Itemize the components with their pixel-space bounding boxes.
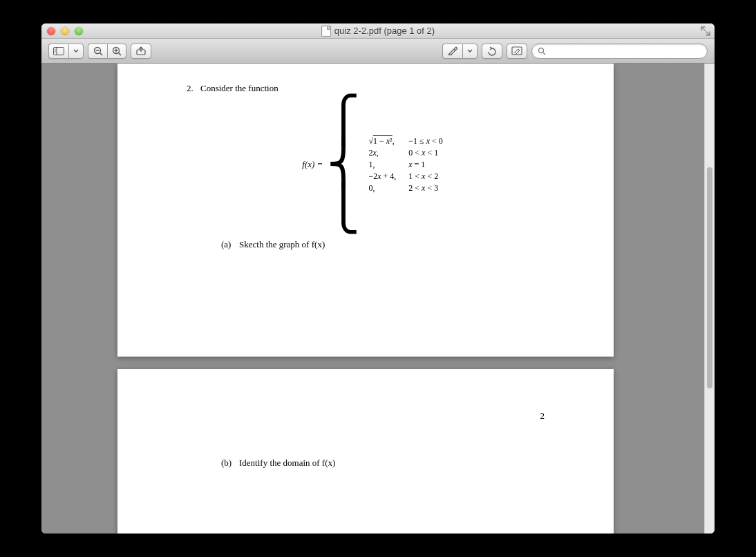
pdf-page-2: 2 (b) Identify the domain of f(x)	[117, 369, 614, 534]
pdf-page-1: 2. Consider the function f(x) = ⎧⎨⎩ { √1…	[117, 64, 614, 357]
chevron-down-icon	[73, 49, 79, 53]
rotate-button[interactable]	[482, 44, 502, 59]
question-number: 2.	[187, 83, 200, 250]
minimize-button[interactable]	[61, 27, 69, 35]
fullscreen-button[interactable]	[701, 26, 710, 36]
search-field[interactable]	[531, 44, 708, 59]
left-brace-icon: ⎧⎨⎩	[327, 95, 360, 233]
close-button[interactable]	[47, 27, 55, 35]
svg-line-9	[119, 53, 122, 55]
svg-line-6	[100, 53, 102, 55]
svg-rect-0	[54, 47, 64, 55]
content-area: 2. Consider the function f(x) = ⎧⎨⎩ { √1…	[41, 64, 715, 534]
pages-viewport[interactable]: 2. Consider the function f(x) = ⎧⎨⎩ { √1…	[41, 64, 704, 534]
share-button[interactable]	[131, 44, 151, 59]
page-number: 2	[540, 410, 545, 422]
view-mode-segment	[48, 44, 84, 59]
highlight-icon	[447, 46, 458, 55]
case-row: √1 − x²,−1 ≤ x < 0	[363, 136, 448, 147]
chevron-down-icon	[467, 49, 473, 53]
search-icon	[538, 47, 546, 55]
zoom-out-button[interactable]	[88, 44, 107, 59]
zoom-in-button[interactable]	[107, 44, 126, 59]
zoom-in-icon	[112, 46, 122, 56]
toolbar	[41, 39, 715, 64]
fx-lhs: f(x) =	[302, 159, 323, 169]
window-title-text: quiz 2-2.pdf (page 1 of 2)	[334, 26, 435, 36]
case-row: 2x,0 < x < 1	[363, 148, 448, 158]
rotate-icon	[486, 46, 498, 56]
part-a-number: (a)	[221, 239, 239, 250]
vertical-scrollbar[interactable]	[704, 64, 715, 534]
equation-block: f(x) = ⎧⎨⎩ { √1 − x²,−1 ≤ x < 0 2x,0 < x…	[200, 97, 551, 232]
zoom-segment	[88, 44, 126, 59]
highlight-button[interactable]	[442, 44, 462, 59]
svg-point-15	[539, 48, 544, 53]
svg-line-16	[543, 53, 545, 55]
highlight-dropdown[interactable]	[462, 44, 478, 59]
view-mode-dropdown[interactable]	[68, 44, 84, 59]
document-icon	[321, 26, 331, 37]
case-row: 0,2 < x < 3	[363, 183, 448, 193]
zoom-out-icon	[93, 46, 103, 56]
case-row: −2x + 4,1 < x < 2	[363, 171, 448, 182]
question-text: Consider the function	[200, 83, 278, 93]
highlight-segment	[442, 44, 478, 59]
titlebar: quiz 2-2.pdf (page 1 of 2)	[41, 23, 715, 39]
part-a-text: Skecth the graph of f(x)	[239, 239, 325, 250]
part-b-text: Identify the domain of f(x)	[239, 457, 335, 469]
scrollbar-thumb[interactable]	[707, 167, 712, 388]
view-mode-button[interactable]	[48, 44, 68, 59]
zoom-button[interactable]	[75, 27, 83, 35]
case-row: 1,x = 1	[363, 160, 448, 170]
window-title: quiz 2-2.pdf (page 1 of 2)	[41, 26, 715, 37]
traffic-lights	[47, 27, 83, 35]
piecewise-cases: √1 − x²,−1 ≤ x < 0 2x,0 < x < 1 1,x = 1 …	[361, 135, 449, 195]
share-icon	[135, 46, 147, 55]
app-window: quiz 2-2.pdf (page 1 of 2)	[41, 23, 715, 534]
search-input[interactable]	[549, 46, 701, 56]
sidebar-icon	[53, 47, 64, 55]
markup-button[interactable]	[507, 44, 527, 59]
part-b-number: (b)	[221, 457, 239, 469]
markup-icon	[511, 46, 522, 55]
